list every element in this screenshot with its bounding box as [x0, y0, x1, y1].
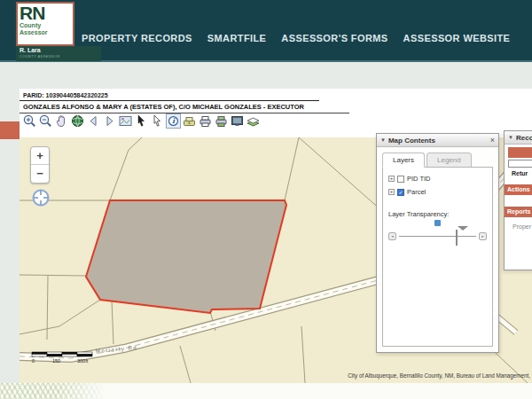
- tab-legend[interactable]: Legend: [426, 153, 472, 168]
- logo-officer-band: R. Lara COUNTY ASSESSOR: [16, 46, 101, 61]
- record-panel: ▼ Record R Retur Actions Reports Proper: [504, 130, 532, 270]
- print-map-icon[interactable]: [214, 113, 229, 129]
- tab-layers[interactable]: Layers: [382, 153, 425, 168]
- record-search-input[interactable]: [508, 160, 532, 168]
- page-footer: [0, 383, 532, 399]
- identify-info-icon[interactable]: i: [166, 113, 181, 129]
- logo-line2: Assessor: [20, 29, 71, 36]
- map-toolbar: i: [22, 113, 261, 129]
- county-assessor-logo: RN County Assessor: [16, 2, 74, 46]
- selected-parcel-polygon: [86, 200, 286, 313]
- record-panel-header[interactable]: ▼ Record: [505, 131, 532, 145]
- transparency-value-indicator: [434, 220, 441, 226]
- return-link-text[interactable]: Retur: [505, 170, 532, 176]
- nav-assessors-forms[interactable]: ASSESSOR'S FORMS: [281, 33, 387, 43]
- layer-row-pid-tid: + PID TID: [388, 175, 487, 183]
- clear-selection-pointer-icon[interactable]: [150, 113, 165, 129]
- layer-checkbox-pid-tid[interactable]: [397, 176, 404, 183]
- scale-tick-0: 0: [32, 358, 35, 364]
- slider-track[interactable]: [399, 232, 476, 240]
- record-panel-title: Record: [516, 134, 532, 142]
- next-extent-icon[interactable]: [102, 113, 117, 129]
- map-zoom-out-button[interactable]: −: [31, 165, 49, 183]
- layers-tab-content: + PID TID + ✓ Parcel Layer Transparency:…: [382, 167, 493, 347]
- select-pointer-icon[interactable]: [134, 113, 149, 129]
- scale-bar: 0 150 300ft: [30, 351, 106, 365]
- geolocate-compass-icon[interactable]: [31, 188, 51, 207]
- left-edge-button-stub[interactable]: [0, 121, 20, 139]
- layer-checkbox-parcel[interactable]: ✓: [397, 189, 404, 196]
- map-contents-panel: ▼ Map Contents × Layers Legend + PID TID…: [376, 133, 499, 353]
- map-contents-title: Map Contents: [388, 137, 490, 145]
- map-zoom-in-button[interactable]: +: [31, 147, 49, 165]
- expand-icon[interactable]: +: [388, 176, 395, 182]
- pan-hand-icon[interactable]: [54, 113, 69, 129]
- zoom-out-icon[interactable]: [38, 113, 53, 129]
- zoom-full-extent-globe-icon[interactable]: [70, 113, 85, 129]
- close-icon[interactable]: ×: [490, 137, 495, 145]
- collapse-caret-icon: ▼: [380, 137, 386, 143]
- officer-title: COUNTY ASSESSOR: [20, 54, 101, 59]
- layers-icon[interactable]: [246, 113, 261, 129]
- officer-name: R. Lara: [20, 47, 101, 54]
- nav-property-records[interactable]: PROPERTY RECORDS: [82, 33, 192, 43]
- parid-text: PARID: 103904405842320225: [20, 89, 319, 101]
- print-icon[interactable]: [198, 113, 213, 129]
- nav-smartfile[interactable]: SMARTFILE: [207, 33, 267, 43]
- scale-tick-150: 150: [52, 358, 60, 364]
- app-header: RN County Assessor R. Lara COUNTY ASSESS…: [0, 0, 532, 62]
- layer-label-pid-tid: PID TID: [407, 175, 431, 183]
- zoom-in-icon[interactable]: [22, 113, 37, 129]
- previous-extent-icon[interactable]: [86, 113, 101, 129]
- scale-tick-300ft: 300ft: [77, 358, 89, 364]
- slider-thumb[interactable]: [456, 231, 466, 246]
- map-attribution: City of Albuquerque, Bernalillo County, …: [348, 372, 530, 379]
- logo-line1: County: [20, 22, 71, 29]
- layer-transparency-label: Layer Transparency:: [388, 210, 487, 218]
- map-export-image-icon[interactable]: [118, 113, 133, 129]
- property-report-link[interactable]: Proper: [505, 223, 532, 230]
- map-contents-tabs: Layers Legend: [382, 153, 493, 168]
- actions-section-header[interactable]: Actions: [505, 184, 532, 195]
- map-contents-header[interactable]: ▼ Map Contents ×: [377, 134, 498, 147]
- main-nav: PROPERTY RECORDS SMARTFILE ASSESSOR'S FO…: [82, 33, 510, 43]
- expand-icon[interactable]: +: [388, 189, 395, 195]
- transparency-slider: ◄ ►: [388, 232, 487, 240]
- slider-left-button[interactable]: ◄: [388, 232, 396, 240]
- nav-assessor-website[interactable]: ASSESSOR WEBSITE: [403, 33, 511, 43]
- layer-label-parcel: Parcel: [407, 188, 426, 196]
- owner-text: GONZALES ALFONSO & MARY A (ESTATES OF), …: [20, 101, 349, 113]
- logo-acronym: RN: [20, 4, 71, 22]
- map-zoom-control: + −: [30, 146, 50, 184]
- record-action-button[interactable]: R: [508, 147, 532, 158]
- layer-row-parcel: + ✓ Parcel: [388, 188, 487, 196]
- slider-right-button[interactable]: ►: [479, 232, 487, 240]
- collapse-caret-icon: ▼: [508, 135, 513, 140]
- full-screen-icon[interactable]: [230, 113, 245, 129]
- reports-section-header[interactable]: Reports: [505, 207, 532, 217]
- measure-tool-icon[interactable]: [182, 113, 197, 129]
